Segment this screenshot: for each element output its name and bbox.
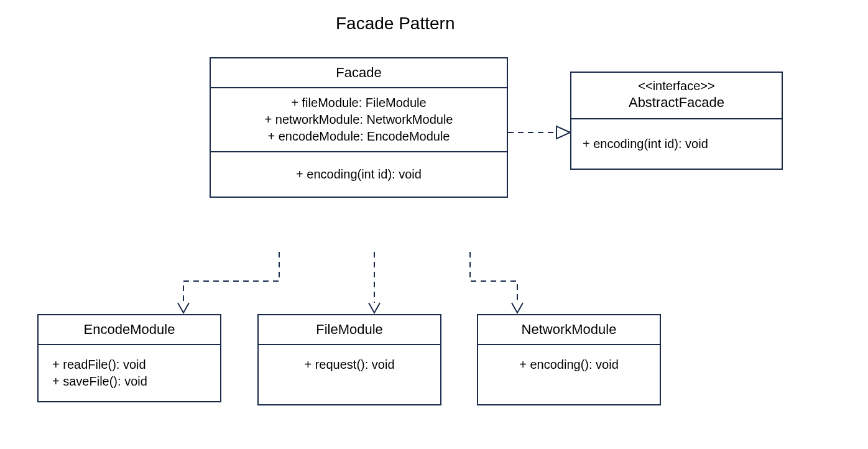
class-facade: Facade + fileModule: FileModule + networ…: [210, 57, 508, 198]
attr: + networkModule: NetworkModule: [219, 111, 498, 128]
class-facade-operations: + encoding(int id): void: [211, 152, 507, 197]
attr: + encodeModule: EncodeModule: [219, 128, 498, 145]
class-encodemodule-name: EncodeModule: [39, 315, 220, 345]
diagram-canvas: Facade Pattern Facade + fileModule: File…: [0, 0, 868, 449]
attr: + fileModule: FileModule: [219, 95, 498, 111]
class-encodemodule-operations: + readFile(): void + saveFile(): void: [39, 345, 220, 401]
op: + readFile(): void: [52, 356, 206, 373]
interface-name: AbstractFacade: [571, 93, 782, 119]
svg-marker-1: [556, 126, 570, 139]
op: + encoding(int id): void: [219, 166, 498, 183]
class-networkmodule-operations: + encoding(): void: [478, 345, 660, 404]
interface-abstractfacade: <<interface>> AbstractFacade + encoding(…: [570, 72, 783, 170]
class-filemodule: FileModule + request(): void: [257, 314, 441, 405]
diagram-title: Facade Pattern: [336, 14, 455, 34]
op: + saveFile(): void: [52, 373, 206, 390]
class-filemodule-operations: + request(): void: [259, 345, 440, 404]
class-filemodule-name: FileModule: [259, 315, 440, 345]
class-facade-attributes: + fileModule: FileModule + networkModule…: [211, 88, 507, 152]
class-facade-name: Facade: [211, 58, 507, 88]
class-networkmodule-name: NetworkModule: [478, 315, 660, 345]
class-networkmodule: NetworkModule + encoding(): void: [477, 314, 661, 405]
interface-stereotype: <<interface>>: [571, 73, 782, 93]
interface-operations: + encoding(int id): void: [571, 119, 782, 169]
op: + encoding(int id): void: [583, 136, 770, 152]
op: + request(): void: [272, 356, 427, 373]
op: + encoding(): void: [492, 356, 646, 373]
class-encodemodule: EncodeModule + readFile(): void + saveFi…: [37, 314, 221, 402]
